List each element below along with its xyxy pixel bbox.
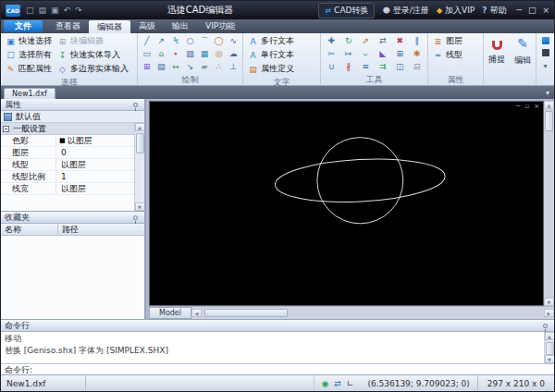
snap-button[interactable]: 捕捉 — [484, 33, 510, 85]
pin-icon[interactable] — [543, 324, 548, 328]
scroll-down-icon[interactable] — [135, 202, 145, 211]
align-icon[interactable]: ≡ — [362, 60, 369, 73]
join-icon[interactable]: ∪ — [328, 60, 335, 73]
document-tab[interactable]: New1.dxf — [4, 88, 56, 99]
hatch-icon[interactable]: ▨ — [186, 47, 194, 60]
break-icon[interactable]: ∦ — [347, 60, 352, 73]
save-icon[interactable]: ▣ — [51, 2, 59, 18]
spline-icon[interactable]: ∿ — [229, 34, 237, 47]
scrollbar-thumb[interactable] — [204, 309, 288, 317]
attribute-define-button[interactable]: ▤ 属性定义 — [246, 62, 317, 76]
favorites-list[interactable] — [1, 236, 144, 319]
move-icon[interactable]: ✚ — [327, 34, 335, 47]
quick-entity-import-button[interactable]: ↧ 快速实体导入 — [56, 48, 130, 62]
rectangle-icon[interactable]: ▭ — [143, 47, 152, 60]
minimize-button[interactable]: ─ — [517, 2, 522, 18]
match-properties-button[interactable]: ✎ 匹配属性 — [4, 62, 54, 76]
ungroup-icon[interactable]: ⊟ — [413, 60, 421, 73]
ellipse-icon[interactable]: ◯ — [215, 34, 224, 47]
ellipse-entity[interactable] — [274, 155, 446, 206]
revision-cloud-icon[interactable]: ☁ — [229, 47, 238, 60]
favorites-column-name[interactable]: 名称 — [1, 224, 58, 235]
scroll-right-icon[interactable] — [544, 309, 554, 317]
property-row[interactable]: 线宽 以图层 — [1, 183, 134, 195]
cad-convert-button[interactable]: ⇄ CAD转换 — [318, 3, 375, 18]
command-scrollbar[interactable] — [544, 332, 554, 363]
child-close-icon[interactable]: × — [534, 103, 539, 110]
ray-icon[interactable]: ↗ — [158, 34, 166, 47]
block-icon[interactable]: ⊞ — [143, 60, 151, 73]
property-row[interactable]: 图层 0 — [1, 147, 134, 159]
wipeout-icon[interactable]: ▰ — [202, 60, 208, 73]
property-value[interactable]: 1 — [61, 171, 67, 183]
redo-icon[interactable]: ↷ — [75, 2, 82, 18]
new-file-icon[interactable]: □ — [26, 2, 34, 18]
edit-button[interactable]: ✎ 编辑 — [510, 33, 536, 85]
property-value[interactable]: 以图层 — [68, 135, 92, 147]
trim-icon[interactable]: ✂ — [327, 47, 335, 60]
open-file-icon[interactable]: ▤ — [39, 2, 47, 18]
rotate-icon[interactable]: ↻ — [345, 34, 352, 47]
chamfer-icon[interactable]: ◣ — [379, 47, 386, 60]
erase-icon[interactable]: ✖ — [396, 34, 403, 47]
ribbon-panel-icon[interactable] — [542, 49, 549, 56]
property-group-header[interactable]: 一般设置 — [1, 123, 134, 135]
select-all-button[interactable]: ☐ 选择所有 — [4, 48, 54, 62]
measure-icon[interactable]: ⊥ — [229, 60, 237, 73]
array-icon[interactable]: ⊞ — [396, 47, 403, 60]
favorites-column-path[interactable]: 路径 — [58, 224, 79, 235]
default-values-row[interactable]: 默认值 — [1, 111, 144, 123]
canvas-vertical-scrollbar[interactable] — [544, 101, 554, 306]
multiline-text-button[interactable]: A 多行文本 — [246, 34, 317, 48]
tab-output[interactable]: 输出 — [164, 19, 197, 33]
linetype-button[interactable]: ═ 线型 — [431, 48, 480, 62]
scroll-up-icon[interactable] — [135, 123, 145, 131]
polyline-icon[interactable]: Ϟ — [173, 34, 179, 47]
scroll-down-icon[interactable] — [545, 355, 555, 363]
ribbon-collapse-icon[interactable] — [543, 61, 547, 70]
quick-select-button[interactable]: ▣ 快速选择 — [4, 34, 54, 48]
pin-icon[interactable] — [133, 103, 138, 107]
dimension-icon[interactable]: ↔ — [172, 60, 179, 73]
tab-editor[interactable]: 编辑器 — [89, 20, 130, 33]
donut-icon[interactable]: ◎ — [216, 47, 223, 60]
polygon-entity-input-button[interactable]: ◇ 多边形实体输入 — [56, 62, 130, 76]
line-icon[interactable]: ╱ — [144, 34, 149, 47]
fillet-icon[interactable]: ⌣ — [363, 47, 368, 60]
property-row[interactable]: 线型比例 1 — [1, 171, 134, 183]
arc-icon[interactable]: ⌒ — [201, 34, 209, 47]
stretch-icon[interactable]: ⇉ — [379, 60, 387, 73]
child-restore-icon[interactable]: ▫ — [524, 103, 529, 110]
undo-icon[interactable]: ↶ — [64, 2, 71, 18]
layer-button[interactable]: ≣ 图层 — [431, 34, 480, 48]
leader-icon[interactable]: ↘ — [187, 60, 194, 73]
block-editor-button[interactable]: ⊞ 块编辑器 — [56, 34, 130, 48]
tab-vip-features[interactable]: VIP功能 — [197, 19, 243, 33]
tab-advanced[interactable]: 高级 — [130, 19, 164, 33]
scale-icon[interactable]: ⇗ — [362, 34, 369, 47]
group-icon[interactable]: ◫ — [396, 60, 404, 73]
ribbon-option-icon[interactable] — [542, 37, 549, 44]
login-button[interactable]: ☻ 登录/注册 — [382, 5, 428, 17]
tab-viewer[interactable]: 查看器 — [47, 19, 89, 33]
offset-icon[interactable]: ∥ — [415, 34, 420, 47]
model-tab[interactable]: Model — [149, 307, 191, 319]
scroll-up-icon[interactable] — [544, 101, 554, 109]
table-icon[interactable]: ▤ — [157, 60, 166, 73]
properties-scrollbar[interactable] — [134, 123, 144, 211]
property-value[interactable]: 0 — [61, 147, 67, 159]
property-value[interactable]: 以图层 — [61, 183, 86, 195]
scroll-left-icon[interactable] — [191, 309, 202, 317]
property-value[interactable]: 以图层 — [61, 159, 86, 171]
mirror-icon[interactable]: ⇄ — [379, 34, 387, 47]
child-minimize-icon[interactable]: ─ — [516, 103, 520, 110]
explode-icon[interactable]: ✱ — [413, 47, 421, 60]
scrollbar-thumb[interactable] — [546, 342, 554, 355]
help-button[interactable]: ? 帮助 — [482, 5, 506, 17]
extend-icon[interactable]: ↦ — [345, 47, 352, 60]
osnap-toggle-icon[interactable]: ◉ — [321, 376, 328, 391]
tab-list-dropdown-icon[interactable] — [541, 87, 554, 99]
vip-button[interactable]: ◆ 加入VIP — [437, 5, 475, 17]
close-button[interactable]: × — [542, 2, 549, 18]
property-row[interactable]: 色彩 ■ 以图层 — [1, 135, 134, 147]
